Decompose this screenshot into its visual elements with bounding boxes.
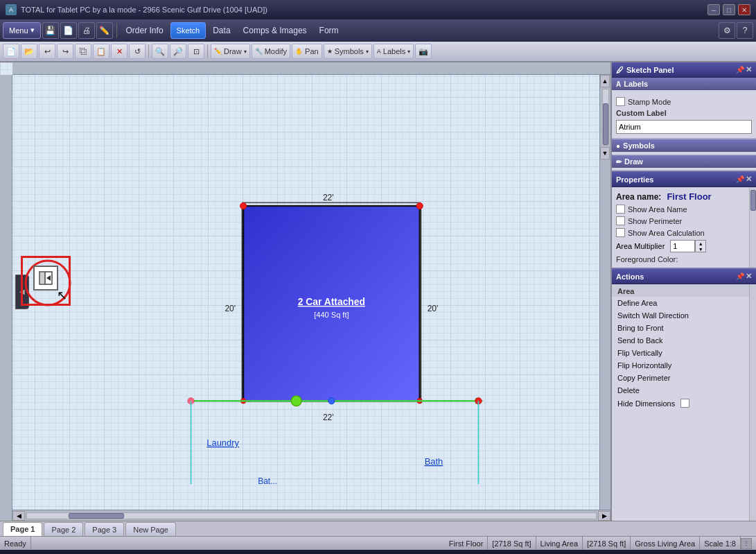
page3-tab[interactable]: Page 3 [85,522,124,536]
save-icon-button[interactable]: 💾 [42,22,59,39]
labels-icon: A [616,80,621,88]
panel-toggle-icon[interactable] [33,266,58,291]
tb-camera[interactable]: 📷 [415,44,432,59]
copy-perimeter-button[interactable]: Copy Perimeter [612,372,749,384]
new-icon-button[interactable]: 📄 [60,22,77,39]
tb-undo[interactable]: ↺ [129,44,146,59]
sketch-panel-pin[interactable]: 📌 [736,66,744,73]
edit-icon-button[interactable]: ✏️ [96,22,113,39]
area-section-label: Area [612,284,749,297]
hide-dimensions-checkbox[interactable] [680,399,689,408]
menu-sep-1 [116,23,117,38]
scroll-left-button[interactable]: ◀ [12,511,25,521]
actions-title-row: Actions [616,272,644,281]
close-button[interactable]: ✕ [738,4,750,15]
properties-header: Properties 📌 ✕ [612,172,756,187]
flip-horizontally-button[interactable]: Flip Horizontally [612,359,749,372]
properties-pin[interactable]: 📌 [736,175,744,183]
page1-tab[interactable]: Page 1 [3,522,42,536]
tb-new[interactable]: 📄 [3,44,19,59]
actions-body: Area Define Area Switch Wall Direction B… [612,284,756,521]
area-multiplier-label: Area Multiplier [616,242,665,250]
bring-front-button[interactable]: Bring to Front [612,322,749,334]
scroll-down-button[interactable]: ▼ [600,147,610,159]
horizontal-scrollbar[interactable]: ◀ ▶ [12,510,610,521]
vertical-scrollbar[interactable]: ▲ ▼ [599,75,610,510]
modify-dropdown[interactable]: 🔧 Modify [252,44,290,59]
multiplier-up-button[interactable]: ▲ [696,241,705,246]
tb-back[interactable]: ↩ [39,44,55,59]
canvas-area[interactable]: ↖ ◀ 22' 20' 20' 22' [0,62,610,521]
delete-button[interactable]: Delete [612,384,749,397]
actions-pin[interactable]: 📌 [736,272,744,280]
show-area-calc-checkbox[interactable] [616,228,625,237]
main-area: ↖ ◀ 22' 20' 20' 22' [0,62,756,521]
tb-open[interactable]: 📂 [21,44,37,59]
minimize-button[interactable]: – [707,4,720,15]
send-back-button[interactable]: Send to Back [612,334,749,347]
tb-copy[interactable]: ⿻ [75,44,91,59]
menu-button[interactable]: Menu ▾ [3,22,41,39]
actions-header: Actions 📌 ✕ [612,269,756,284]
status-ready: Ready [4,537,31,550]
order-info-button[interactable]: Order Info [121,21,169,40]
symbols-dropdown[interactable]: ★ Symbols ▾ [324,44,372,59]
svg-text:22': 22' [323,413,334,422]
scroll-v-thumb[interactable] [603,103,608,145]
show-perimeter-checkbox[interactable] [616,216,625,225]
tb-paste[interactable]: 📋 [93,44,109,59]
flip-vertically-button[interactable]: Flip Vertically [612,347,749,359]
tb-fit[interactable]: ⊡ [188,44,204,59]
print-icon-button[interactable]: 🖨 [78,22,95,39]
help-icon-button[interactable]: ? [737,22,753,39]
scroll-right-button[interactable]: ▶ [598,511,610,521]
scroll-up-button[interactable]: ▲ [600,75,610,87]
draw-dropdown[interactable]: ✏️ Draw ▾ [211,44,250,59]
scroll-v-track[interactable] [602,89,609,146]
labels-section: A Labels Stamp Mode Custom Label [612,78,756,139]
stamp-mode-row: Stamp Mode [616,96,752,107]
svg-rect-2 [39,272,45,284]
sketch-button[interactable]: Sketch [170,22,206,39]
page2-tab[interactable]: Page 2 [44,522,83,536]
tb-zoom-in[interactable]: 🔍 [152,44,168,59]
switch-wall-button[interactable]: Switch Wall Direction [612,309,749,322]
status-expand-button[interactable]: ⋮ [741,538,752,549]
tabs-bar: Page 1 Page 2 Page 3 New Page [0,521,756,536]
comps-images-button[interactable]: Comps & Images [238,21,313,40]
svg-text:Laundry: Laundry [206,438,239,448]
area-multiplier-spinner: ▲ ▼ [695,240,706,252]
tb-sep-2 [207,44,208,58]
define-area-button[interactable]: Define Area [612,297,749,309]
status-scale: Scale 1:8 [700,537,741,550]
actions-close[interactable]: ✕ [746,272,752,281]
new-page-tab[interactable]: New Page [125,522,176,536]
sketch-panel-close[interactable]: ✕ [746,65,752,74]
settings-icon-button[interactable]: ⚙ [719,22,735,39]
sketch-panel-icon: 🖊 [616,66,624,74]
area-multiplier-input[interactable] [670,240,695,252]
tb-zoom-out[interactable]: 🔎 [170,44,186,59]
tb-forward[interactable]: ↪ [57,44,73,59]
left-panel-tab[interactable]: ◀ [15,275,29,309]
maximize-button[interactable]: □ [723,4,735,15]
scroll-h-thumb[interactable] [69,513,124,519]
custom-label-input[interactable] [616,120,752,134]
data-button[interactable]: Data [207,21,236,40]
properties-scrollbar[interactable] [749,187,756,268]
actions-scrollbar[interactable] [749,284,756,521]
pan-dropdown[interactable]: ✋ Pan [292,44,322,59]
labels-dropdown[interactable]: A Labels ▾ [373,44,414,59]
menu-bar: Menu ▾ 💾 📄 🖨 ✏️ Order Info Sketch Data C… [0,19,756,42]
multiplier-down-button[interactable]: ▼ [696,246,705,252]
draw-section: ✏ Draw [612,155,756,172]
tb-delete[interactable]: ✕ [111,44,128,59]
scroll-h-track[interactable] [26,512,597,519]
form-button[interactable]: Form [314,21,344,40]
show-area-name-checkbox[interactable] [616,205,625,214]
area-multiplier-control: ▲ ▼ [670,240,706,252]
hide-dimensions-row: Hide Dimensions [612,397,749,410]
stamp-mode-checkbox[interactable] [616,97,625,106]
status-sqft2: [2718 Sq ft] [583,537,631,550]
properties-close[interactable]: ✕ [746,175,752,184]
